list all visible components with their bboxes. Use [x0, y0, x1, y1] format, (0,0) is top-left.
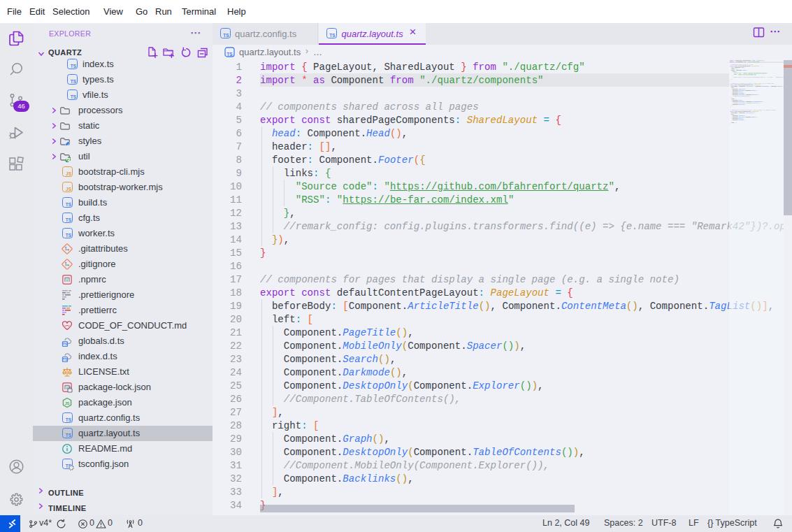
svg-text:TS: TS	[62, 357, 67, 361]
svg-text:TS: TS	[226, 52, 233, 57]
svg-text:TS: TS	[62, 342, 67, 346]
svg-text:JS: JS	[65, 401, 70, 405]
